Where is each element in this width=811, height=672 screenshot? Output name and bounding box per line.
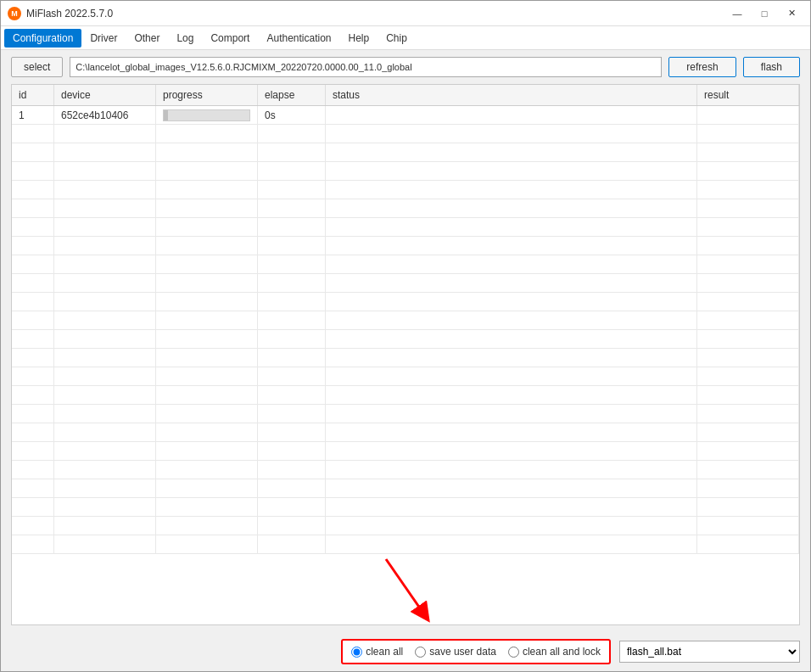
path-input[interactable] [70,57,662,77]
save-user-data-label: save user data [429,646,496,658]
clean-all-lock-option[interactable]: clean all and lock [508,646,601,658]
table-row [12,218,799,237]
maximize-button[interactable]: □ [752,5,776,22]
minimize-button[interactable]: — [725,5,749,22]
menu-item-comport[interactable]: Comport [202,29,258,48]
table-row [12,479,799,498]
table-row [12,535,799,554]
clean-all-radio[interactable] [351,647,362,658]
title-bar: M MiFlash 2022.5.7.0 — □ ✕ [1,1,810,26]
table-row [12,367,799,386]
menu-item-authentication[interactable]: Authentication [258,29,339,48]
window-controls: — □ ✕ [725,5,803,22]
col-result: result [697,85,799,105]
table-row [12,442,799,461]
cell-result [697,106,799,124]
bottom-bar: clean all save user data clean all and l… [1,632,810,671]
table-row [12,311,799,330]
menu-item-help[interactable]: Help [340,29,378,48]
flash-script-dropdown[interactable]: flash_all.bat flash_all_except_data_stor… [619,641,800,663]
save-user-data-radio[interactable] [415,647,426,658]
clean-all-label: clean all [366,646,403,658]
col-progress: progress [156,85,258,105]
table-row [12,143,799,162]
toolbar: select refresh flash [1,50,810,84]
table-header: id device progress elapse status result [12,85,799,106]
select-button[interactable]: select [11,57,63,77]
refresh-button[interactable]: refresh [668,57,735,77]
table-row [12,349,799,367]
cell-id: 1 [12,106,54,124]
menu-item-other[interactable]: Other [126,29,168,48]
table-row [12,255,799,274]
table-row [12,293,799,311]
cell-status [326,106,697,124]
save-user-data-option[interactable]: save user data [415,646,496,658]
col-id: id [12,85,54,105]
close-button[interactable]: ✕ [780,5,803,22]
flash-mode-group: clean all save user data clean all and l… [341,639,611,664]
title-bar-left: M MiFlash 2022.5.7.0 [8,7,113,20]
table-row [12,423,799,442]
col-status: status [326,85,697,105]
cell-device: 652ce4b10406 [54,106,156,124]
menu-item-chip[interactable]: Chip [378,29,416,48]
cell-elapse: 0s [258,106,326,124]
cell-progress [156,106,258,124]
table-row [12,125,799,143]
clean-all-lock-radio[interactable] [508,647,519,658]
table-row [12,237,799,255]
table-row [12,274,799,293]
menu-item-configuration[interactable]: Configuration [4,29,81,48]
table-row [12,498,799,517]
progress-bar [163,109,250,121]
window-title: MiFlash 2022.5.7.0 [26,8,113,20]
table-row [12,181,799,199]
clean-all-option[interactable]: clean all [351,646,403,658]
menu-item-driver[interactable]: Driver [81,29,126,48]
device-table: id device progress elapse status result … [11,84,800,625]
table-row [12,330,799,349]
col-elapse: elapse [258,85,326,105]
table-row [12,461,799,479]
col-device: device [54,85,156,105]
main-window: M MiFlash 2022.5.7.0 — □ ✕ Configuration… [0,0,811,672]
menu-bar: ConfigurationDriverOtherLogComportAuthen… [1,26,810,50]
table-row [12,386,799,405]
progress-bar-fill [164,110,168,120]
app-icon: M [8,7,21,20]
table-row [12,517,799,535]
table-row [12,405,799,423]
table-body: 1 652ce4b10406 0s [12,106,799,624]
table-row [12,162,799,181]
table-row: 1 652ce4b10406 0s [12,106,799,125]
clean-all-lock-label: clean all and lock [523,646,601,658]
flash-button[interactable]: flash [743,57,800,77]
menu-item-log[interactable]: Log [168,29,202,48]
table-row [12,199,799,218]
